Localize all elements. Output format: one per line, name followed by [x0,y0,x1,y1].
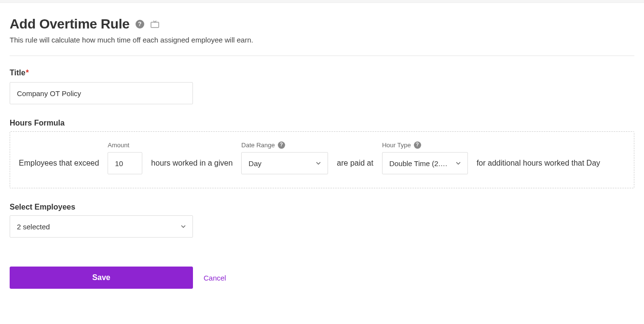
formula-text-paid-at: are paid at [337,152,373,174]
select-employees-label: Select Employees [10,203,634,211]
formula-text-additional: for additional hours worked that Day [477,152,600,174]
divider [10,56,634,56]
chevron-down-icon [181,225,186,228]
amount-label: Amount [108,141,142,149]
help-icon[interactable]: ? [136,20,144,28]
chevron-down-icon [316,162,321,165]
page-title: Add Overtime Rule [10,16,130,32]
page-subtitle: This rule will calculate how much time o… [10,36,634,44]
date-range-label: Date Range [241,141,274,149]
employees-select[interactable]: 2 selected [10,215,193,238]
title-input[interactable] [10,82,193,104]
video-icon[interactable] [150,20,160,28]
hour-type-label: Hour Type [382,141,411,149]
hours-formula-box: Employees that exceed Amount hours worke… [10,131,634,188]
hours-formula-label: Hours Formula [10,119,634,127]
chevron-down-icon [456,162,461,165]
save-button[interactable]: Save [10,267,193,289]
date-range-select[interactable]: Day [241,152,328,174]
svg-rect-0 [151,22,159,28]
help-icon[interactable]: ? [278,141,285,149]
formula-text-exceed: Employees that exceed [19,152,99,174]
hour-type-select[interactable]: Double Time (2.… [382,152,468,174]
title-label: Title* [10,69,634,77]
help-icon[interactable]: ? [414,141,421,149]
formula-text-hours-worked: hours worked in a given [151,152,233,174]
cancel-button[interactable]: Cancel [204,274,226,282]
amount-input[interactable] [108,152,142,174]
